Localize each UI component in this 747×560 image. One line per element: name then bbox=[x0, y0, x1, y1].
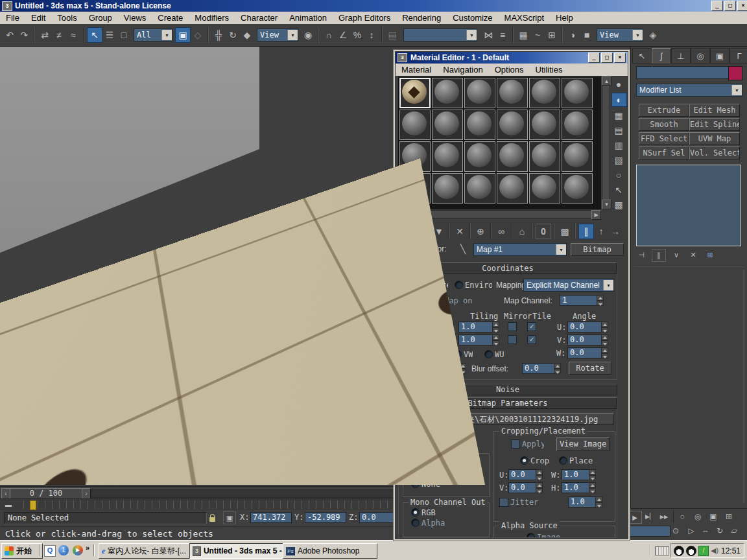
angle-u-field[interactable]: 0.0 bbox=[567, 321, 602, 332]
selection-lock-icon[interactable] bbox=[208, 513, 218, 523]
mirror-v-checkbox[interactable] bbox=[508, 335, 517, 344]
environ-radio[interactable] bbox=[455, 281, 463, 289]
dropdown-arrow-icon[interactable]: ▼ bbox=[632, 30, 643, 40]
alpha-radio[interactable] bbox=[411, 519, 420, 527]
close-button[interactable]: × bbox=[737, 1, 747, 11]
uv-radio[interactable] bbox=[420, 350, 428, 358]
modifier-button-uvw-map[interactable]: UVW Map bbox=[689, 132, 740, 145]
material-sample-slot[interactable] bbox=[497, 141, 528, 172]
antivirus-icon[interactable]: / bbox=[698, 546, 709, 556]
material-sample-slot[interactable] bbox=[399, 173, 431, 204]
make-material-copy-icon[interactable]: ⊕ bbox=[473, 224, 488, 239]
material-editor-options-icon[interactable]: ○ bbox=[611, 169, 626, 181]
material-sample-slot[interactable] bbox=[562, 78, 593, 108]
tile-u-checkbox[interactable] bbox=[527, 322, 536, 331]
quick-render-icon[interactable]: ◈ bbox=[646, 28, 660, 42]
track-bar-frame-marker[interactable] bbox=[30, 500, 36, 510]
zoom-icon[interactable]: ○ bbox=[676, 511, 689, 522]
use-pivot-point-icon[interactable]: ◉ bbox=[301, 28, 315, 42]
bitmap-parameters-rollout-header[interactable]: - Bitmap Parameters bbox=[399, 397, 617, 409]
show-end-result-icon[interactable]: ∥ bbox=[578, 224, 594, 239]
material-sample-slot[interactable] bbox=[497, 78, 528, 108]
spinner-snap-icon[interactable]: ↕ bbox=[364, 28, 379, 42]
me-menu-options[interactable]: Options bbox=[489, 64, 530, 76]
remove-modifier-icon[interactable]: ✕ bbox=[687, 249, 700, 261]
image-alpha-radio[interactable] bbox=[527, 533, 535, 538]
offset-u-field[interactable]: 1.0 bbox=[413, 321, 448, 332]
angle-w-spinner[interactable] bbox=[601, 347, 608, 358]
current-frame-field[interactable] bbox=[628, 526, 670, 537]
scroll-track[interactable] bbox=[407, 210, 593, 218]
menu-create[interactable]: Create bbox=[152, 12, 189, 24]
layer-manager-icon[interactable]: ▦ bbox=[516, 28, 530, 42]
modifier-list-dropdown[interactable]: Modifier List▼ bbox=[636, 84, 742, 97]
taskbar-task-forum[interactable]: e 室内人论坛- 白菜帮-[... bbox=[99, 543, 193, 559]
modifier-button-smooth[interactable]: Smooth bbox=[639, 118, 689, 131]
material-sample-slot[interactable] bbox=[464, 110, 495, 140]
object-color-swatch[interactable] bbox=[728, 66, 742, 80]
zoom-extents-icon[interactable]: ▣ bbox=[707, 511, 720, 522]
show-end-result-stack-icon[interactable]: ∥ bbox=[652, 249, 666, 262]
make-preview-icon[interactable]: ▧ bbox=[611, 154, 626, 167]
scroll-down-icon[interactable]: ▼ bbox=[602, 200, 611, 209]
zoom-all-icon[interactable]: ◎ bbox=[691, 511, 704, 522]
mapping-dropdown[interactable]: Explicit Map Channel▼ bbox=[523, 279, 614, 292]
map-channel-field[interactable]: 1 bbox=[560, 295, 597, 306]
me-maximize-button[interactable]: □ bbox=[601, 52, 613, 63]
tab-utilities[interactable]: Γ bbox=[729, 48, 747, 64]
z-coordinate-field[interactable]: 0.0 bbox=[359, 512, 396, 523]
material-sample-slot[interactable] bbox=[464, 141, 495, 172]
crop-h-spinner[interactable] bbox=[589, 482, 596, 493]
crop-v-spinner[interactable] bbox=[536, 482, 543, 493]
angle-snap-icon[interactable]: ∠ bbox=[336, 28, 350, 42]
make-unique-icon[interactable]: ∨ bbox=[670, 249, 683, 261]
material-sample-slot[interactable] bbox=[562, 110, 593, 140]
modifier-stack-list[interactable] bbox=[636, 165, 741, 246]
undo-icon[interactable]: ↶ bbox=[3, 28, 17, 42]
menu-animation[interactable]: Animation bbox=[283, 12, 333, 24]
dropdown-arrow-icon[interactable]: ▼ bbox=[603, 280, 613, 290]
maximize-button[interactable]: □ bbox=[724, 1, 736, 11]
get-material-icon[interactable]: ◉ bbox=[397, 224, 411, 239]
video-color-check-icon[interactable]: ▥ bbox=[611, 139, 626, 152]
menu-file[interactable]: File bbox=[0, 12, 25, 24]
dropdown-arrow-icon[interactable]: ▼ bbox=[287, 30, 298, 40]
summed-area-radio[interactable] bbox=[411, 469, 420, 478]
absolute-mode-toggle-icon[interactable]: ▣ bbox=[223, 511, 236, 524]
select-and-link-icon[interactable]: ⇄ bbox=[38, 28, 52, 42]
blur-offset-spinner[interactable] bbox=[554, 363, 561, 374]
crop-u-field[interactable]: 0.0 bbox=[508, 469, 538, 480]
tab-hierarchy[interactable]: ⊥ bbox=[671, 48, 691, 64]
mini-curve-editor-icon[interactable]: ▬ bbox=[3, 499, 14, 509]
tile-v-checkbox[interactable] bbox=[527, 335, 536, 344]
material-sample-slot[interactable] bbox=[399, 110, 431, 140]
backlight-icon[interactable]: ◐ bbox=[611, 93, 627, 107]
mirror-u-checkbox[interactable] bbox=[508, 322, 517, 331]
crop-v-field[interactable]: 0.0 bbox=[508, 482, 538, 493]
jitter-field[interactable]: 1.0 bbox=[568, 496, 598, 508]
material-map-navigator-icon[interactable]: ▩ bbox=[611, 198, 626, 211]
assign-material-to-selection-icon[interactable]: ▼ bbox=[432, 224, 446, 239]
background-icon[interactable]: ▦ bbox=[611, 109, 626, 122]
scroll-right-icon[interactable]: ▶ bbox=[591, 210, 601, 220]
zoom-extents-all-icon[interactable]: ⊞ bbox=[722, 511, 735, 522]
sample-vertical-scrollbar[interactable]: ▲ ▼ bbox=[602, 76, 610, 209]
select-and-manipulate-icon[interactable]: ◇ bbox=[191, 28, 205, 42]
vw-radio[interactable] bbox=[453, 350, 462, 358]
dropdown-arrow-icon[interactable]: ▼ bbox=[731, 85, 742, 95]
select-by-name-icon[interactable]: ☰ bbox=[102, 28, 117, 42]
material-sample-slot[interactable] bbox=[464, 173, 495, 204]
material-sample-slot[interactable] bbox=[497, 173, 528, 204]
texture-radio[interactable] bbox=[408, 281, 416, 289]
dropdown-arrow-icon[interactable]: ▼ bbox=[466, 30, 477, 40]
frame-forward-arrow[interactable]: › bbox=[82, 488, 91, 499]
snap-toggle-icon[interactable]: ∩ bbox=[322, 28, 336, 42]
menu-tools[interactable]: Tools bbox=[51, 12, 82, 24]
menu-customize[interactable]: Customize bbox=[447, 12, 498, 24]
tiling-u-field[interactable]: 1.0 bbox=[458, 321, 493, 332]
material-id-channel-icon[interactable]: 0 bbox=[536, 224, 551, 239]
go-to-end-icon[interactable]: ▶▶ bbox=[658, 511, 670, 522]
crop-w-field[interactable]: 1.0 bbox=[562, 469, 591, 480]
jitter-checkbox[interactable] bbox=[499, 498, 508, 507]
modifier-button-edit-mesh[interactable]: Edit Mesh bbox=[689, 104, 740, 117]
